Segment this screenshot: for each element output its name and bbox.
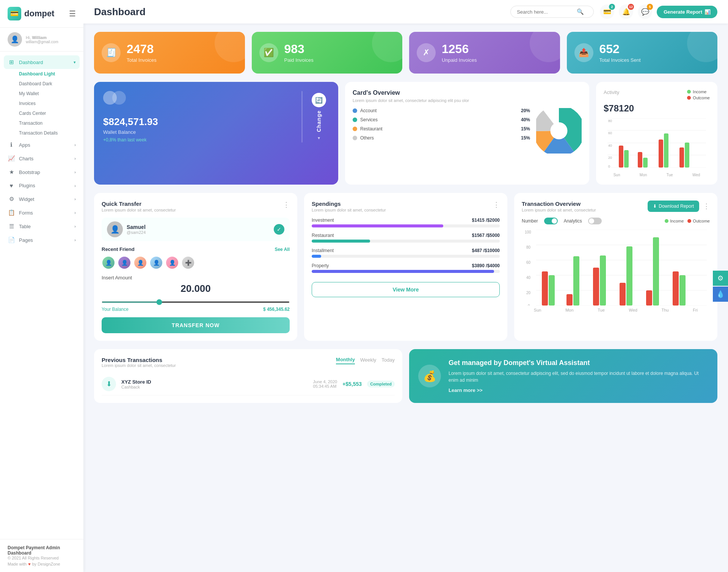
charts-icon: 📈 bbox=[8, 155, 15, 162]
transfer-now-button[interactable]: TRANSFER NOW bbox=[102, 317, 290, 333]
amount-slider[interactable] bbox=[102, 301, 290, 303]
sidebar-item-plugins[interactable]: ♥ Plugins › bbox=[0, 179, 83, 192]
tx-title-block: Transaction Overview Lorem ipsum dolor s… bbox=[522, 201, 596, 212]
more-options-icon[interactable]: ⋮ bbox=[283, 201, 290, 209]
chat-icon-btn[interactable]: 💬 5 bbox=[638, 5, 652, 19]
toggle-number-label: Number bbox=[522, 218, 538, 224]
va-learn-more-link[interactable]: Learn more >> bbox=[449, 387, 483, 393]
total-sent-number: 652 bbox=[599, 42, 641, 56]
theme-float-button[interactable]: 💧 bbox=[713, 287, 728, 302]
widget-icon: ⚙ bbox=[8, 196, 15, 202]
table-icon: ☰ bbox=[8, 223, 15, 230]
analytics-toggle[interactable] bbox=[588, 218, 602, 224]
spending-bar bbox=[312, 240, 500, 243]
check-icon[interactable]: ✓ bbox=[274, 224, 284, 235]
activity-title: Activity bbox=[604, 89, 619, 95]
sidebar-item-cards-center[interactable]: Cards Center bbox=[15, 108, 83, 118]
generate-report-button[interactable]: Generate Report 📊 bbox=[657, 6, 717, 18]
sidebar-item-transaction[interactable]: Transaction bbox=[15, 118, 83, 128]
restaurant-dot bbox=[353, 127, 357, 131]
page-title: Dashboard bbox=[94, 6, 504, 18]
sidebar-user: 👤 Hi, William william@gmail.com bbox=[0, 27, 83, 52]
wallet-change: +0,8% than last week bbox=[103, 137, 295, 143]
svg-text:60: 60 bbox=[526, 260, 531, 265]
friend-avatar-4: 👤 bbox=[149, 256, 163, 270]
spending-property: Property $3890 /$4000 bbox=[312, 263, 500, 273]
tab-monthly[interactable]: Monthly bbox=[336, 357, 355, 364]
bell-icon-btn[interactable]: 🔔 12 bbox=[619, 5, 633, 19]
quick-transfer-title: Quick Transfer bbox=[102, 201, 176, 207]
sidebar-item-transaction-details[interactable]: Transaction Details bbox=[15, 128, 83, 138]
svg-text:20: 20 bbox=[608, 156, 612, 160]
svg-text:20: 20 bbox=[526, 291, 531, 295]
services-dot bbox=[353, 118, 357, 122]
spending-amount: $1567 /$5000 bbox=[472, 233, 500, 238]
sidebar-item-invoices[interactable]: Invoices bbox=[15, 99, 83, 108]
stat-card-total-sent: 📤 652 Total Invoices Sent bbox=[567, 32, 718, 74]
legend-item-others: Others 15% bbox=[353, 135, 530, 141]
sidebar-item-dashboard[interactable]: ⊞ Dashboard ▾ bbox=[4, 55, 80, 69]
svg-rect-20 bbox=[664, 133, 668, 168]
refresh-button[interactable]: 🔄 bbox=[312, 93, 326, 107]
spendings-title-block: Spendings Lorem ipsum dolor sit amet, co… bbox=[312, 201, 386, 212]
sidebar-item-dashboard-dark[interactable]: Dashboard Dark bbox=[15, 79, 83, 89]
footer-made-with: Made with ♥ by DesignZone bbox=[8, 562, 76, 566]
view-more-button[interactable]: View More bbox=[312, 282, 500, 297]
sidebar-item-forms[interactable]: 📋 Forms › bbox=[0, 206, 83, 219]
outcome-dot bbox=[687, 219, 691, 223]
search-input[interactable] bbox=[517, 9, 574, 15]
total-invoices-label: Total Invoices bbox=[127, 57, 157, 63]
friend-avatar-3: 👤 bbox=[133, 256, 147, 270]
content-area: 🧾 2478 Total Invoices ✅ 983 Paid Invoice… bbox=[83, 24, 728, 572]
bell-badge: 12 bbox=[628, 4, 634, 10]
total-invoices-icon: 🧾 bbox=[102, 43, 121, 62]
hamburger-icon[interactable]: ☰ bbox=[69, 9, 76, 18]
prev-tx-subtitle: Lorem ipsum dolor sit amet, consectetur bbox=[102, 363, 176, 368]
sidebar-item-label: Dashboard bbox=[19, 60, 43, 65]
number-toggle[interactable] bbox=[544, 218, 558, 224]
apps-icon: ℹ bbox=[8, 141, 15, 148]
right-float-buttons: ⚙ 💧 bbox=[713, 271, 728, 302]
bottom-row: Quick Transfer Lorem ipsum dolor sit ame… bbox=[94, 193, 717, 341]
search-icon: 🔍 bbox=[577, 8, 584, 15]
friend-avatar-6: ➕ bbox=[181, 256, 195, 270]
footer-brand: Dompet Payment Admin Dashboard bbox=[8, 545, 76, 556]
income-legend: Income bbox=[687, 89, 710, 94]
chevron-right-icon: › bbox=[74, 143, 76, 147]
svg-point-4 bbox=[551, 123, 566, 138]
sidebar-item-my-wallet[interactable]: My Wallet bbox=[15, 89, 83, 99]
spendings-header: Spendings Lorem ipsum dolor sit amet, co… bbox=[312, 201, 500, 212]
more-options-icon[interactable]: ⋮ bbox=[493, 201, 500, 209]
search-box[interactable]: 🔍 bbox=[510, 6, 594, 18]
wallet-card: $824,571.93 Wallet Balance +0,8% than la… bbox=[94, 82, 338, 185]
sidebar-item-widget[interactable]: ⚙ Widget › bbox=[0, 192, 83, 206]
sidebar-item-dashboard-light[interactable]: Dashboard Light bbox=[15, 69, 83, 79]
see-all-link[interactable]: See All bbox=[275, 247, 290, 252]
user-info: Hi, William william@gmail.com bbox=[26, 35, 58, 44]
svg-rect-35 bbox=[542, 271, 548, 306]
tab-weekly[interactable]: Weekly bbox=[360, 357, 376, 364]
wallet-icon-btn[interactable]: 💳 2 bbox=[600, 5, 614, 19]
pages-icon: 📄 bbox=[8, 237, 15, 243]
wallet-left: $824,571.93 Wallet Balance +0,8% than la… bbox=[103, 91, 295, 143]
sidebar-item-table[interactable]: ☰ Table › bbox=[0, 219, 83, 233]
sidebar-item-charts[interactable]: 📈 Charts › bbox=[0, 152, 83, 165]
tab-today[interactable]: Today bbox=[381, 357, 395, 364]
download-report-button[interactable]: ⬇ Download Report bbox=[648, 201, 699, 212]
cards-overview-subtitle: Lorem ipsum dolor sit amet, consectetur … bbox=[353, 98, 582, 103]
footer-copyright: © 2021 All Rights Reserved bbox=[8, 556, 76, 560]
amount-display: 20.000 bbox=[102, 283, 290, 295]
activity-legend: Income Outcome bbox=[687, 89, 710, 100]
main-area: Dashboard 🔍 💳 2 🔔 12 💬 5 Generate Report… bbox=[83, 0, 728, 572]
more-options-icon[interactable]: ⋮ bbox=[703, 202, 710, 210]
stat-card-total-invoices: 🧾 2478 Total Invoices bbox=[94, 32, 245, 74]
spending-investment: Investment $1415 /$2000 bbox=[312, 218, 500, 227]
svg-rect-16 bbox=[624, 150, 629, 168]
tx-name: XYZ Store ID bbox=[121, 379, 308, 385]
sidebar-item-bootstrap[interactable]: ★ Bootstrap › bbox=[0, 165, 83, 179]
wallet-inner: $824,571.93 Wallet Balance +0,8% than la… bbox=[103, 91, 329, 143]
table-row: ⬇ XYZ Store ID Cashback June 4, 2020 05:… bbox=[102, 373, 395, 395]
sidebar-item-apps[interactable]: ℹ Apps › bbox=[0, 138, 83, 152]
sidebar-item-pages[interactable]: 📄 Pages › bbox=[0, 233, 83, 247]
settings-float-button[interactable]: ⚙ bbox=[713, 271, 728, 286]
